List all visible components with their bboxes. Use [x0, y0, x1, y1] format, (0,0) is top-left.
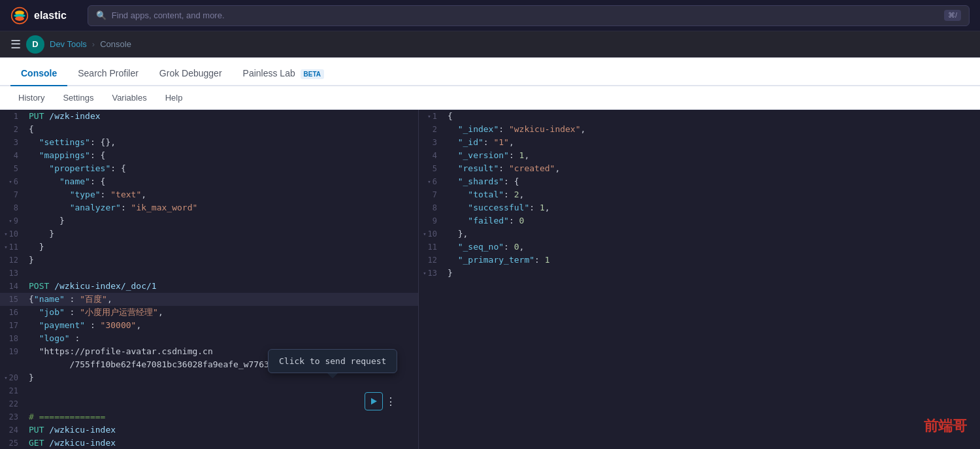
result-line-number: 8 [419, 201, 445, 214]
line-content: } [26, 241, 418, 254]
tab-bar: Console Search Profiler Grok Debugger Pa… [0, 58, 980, 86]
fold-arrow[interactable]: ▾ [423, 267, 426, 280]
result-line-number: ▾10 [419, 227, 445, 241]
more-options-button[interactable]: ⋮ [385, 395, 396, 408]
tab-grok-debugger[interactable]: Grok Debugger [149, 61, 233, 86]
fold-arrow[interactable]: ▾ [423, 227, 426, 241]
subnav-history[interactable]: History [10, 89, 52, 107]
main-content: 1PUT /wzk-index2{3 "settings": {},4 "map… [0, 110, 980, 449]
avatar-label: D [32, 39, 38, 49]
line-number: ▾6 [0, 175, 26, 188]
result-line-number: ▾1 [419, 110, 445, 123]
editor-line: ▾6 "name": { [0, 175, 418, 188]
result-line-number: ▾6 [419, 175, 445, 188]
line-number: ▾20 [0, 371, 26, 384]
line-content: # ============= [26, 410, 418, 424]
line-content: "type": "text", [26, 188, 418, 201]
line-number: 12 [0, 254, 26, 267]
line-content: POST /wzkicu-index/_doc/1 [26, 280, 418, 293]
result-line-number: ▾13 [419, 267, 445, 280]
line-number: 23 [0, 410, 26, 424]
editor-line: 5 "properties": { [0, 162, 418, 175]
editor-line: ▾10 } [0, 227, 418, 241]
result-line-number: 11 [419, 241, 445, 254]
subnav-help[interactable]: Help [157, 89, 191, 107]
editor-line: 25GET /wzkicu-index [0, 437, 418, 449]
editor-line: 7 "type": "text", [0, 188, 418, 201]
breadcrumb-devtools[interactable]: Dev Tools [50, 39, 87, 49]
line-number: 15 [0, 293, 26, 306]
fold-arrow[interactable]: ▾ [8, 214, 12, 227]
editor-pane[interactable]: 1PUT /wzk-index2{3 "settings": {},4 "map… [0, 110, 418, 449]
result-content: "_version": 1, [445, 149, 980, 162]
result-line: 5 "result": "created", [419, 162, 980, 175]
elastic-logo[interactable]: elastic [10, 7, 67, 25]
line-content: "settings": {}, [26, 136, 418, 149]
logo-text: elastic [34, 10, 67, 22]
line-content: "payment" : "30000", [26, 319, 418, 332]
result-content: "total": 2, [445, 188, 980, 201]
line-number: 16 [0, 306, 26, 319]
result-line-number: 3 [419, 136, 445, 149]
line-number: 5 [0, 162, 26, 175]
tab-painless-lab[interactable]: Painless Lab BETA [233, 61, 335, 86]
result-line: ▾6 "_shards": { [419, 175, 980, 188]
fold-arrow[interactable]: ▾ [427, 110, 431, 123]
line-number: 1 [0, 110, 26, 123]
tab-console[interactable]: Console [10, 61, 67, 86]
line-content: "properties": { [26, 162, 418, 175]
fold-arrow[interactable]: ▾ [427, 175, 431, 188]
line-number: 3 [0, 136, 26, 149]
hamburger-button[interactable]: ☰ [10, 37, 21, 52]
editor-line: ▾11 } [0, 241, 418, 254]
fold-arrow[interactable]: ▾ [4, 241, 7, 254]
editor-line: 2{ [0, 123, 418, 136]
user-avatar[interactable]: D [26, 35, 44, 54]
subnav-variables[interactable]: Variables [104, 89, 154, 107]
line-number: 8 [0, 201, 26, 214]
line-number: 4 [0, 149, 26, 162]
line-number: ▾9 [0, 214, 26, 227]
editor-line: 14POST /wzkicu-index/_doc/1 [0, 280, 418, 293]
result-line: ▾13} [419, 267, 980, 280]
result-line: 12 "_primary_term": 1 [419, 254, 980, 267]
line-number: 18 [0, 332, 26, 345]
tooltip-text: Click to send request [279, 356, 386, 366]
breadcrumb-console[interactable]: Console [100, 39, 131, 49]
line-content: "name": { [26, 175, 418, 188]
line-content: PUT /wzk-index [26, 110, 418, 123]
action-buttons: ⋮ [365, 392, 396, 410]
tab-search-profiler[interactable]: Search Profiler [67, 61, 149, 86]
svg-point-3 [15, 16, 24, 20]
editor-line: ▾9 } [0, 214, 418, 227]
result-content: "failed": 0 [445, 214, 980, 227]
editor-line: 18 "logo" : [0, 332, 418, 345]
fold-arrow[interactable]: ▾ [4, 227, 7, 241]
search-placeholder: Find apps, content, and more. [112, 10, 225, 20]
fold-arrow[interactable]: ▾ [8, 175, 12, 188]
search-shortcut: ⌘/ [944, 10, 961, 21]
fold-arrow[interactable]: ▾ [4, 371, 7, 384]
result-line: 3 "_id": "1", [419, 136, 980, 149]
result-content: } [445, 267, 980, 280]
subnav-settings[interactable]: Settings [55, 89, 101, 107]
line-content: } [26, 214, 418, 227]
editor-line: 12} [0, 254, 418, 267]
run-button[interactable] [365, 392, 383, 410]
result-pane: ▾1{2 "_index": "wzkicu-index",3 "_id": "… [418, 110, 980, 449]
result-line: 8 "successful": 1, [419, 201, 980, 214]
line-content: GET /wzkicu-index [26, 437, 418, 449]
line-number: 7 [0, 188, 26, 201]
result-line: ▾1{ [419, 110, 980, 123]
line-number: 25 [0, 437, 26, 449]
line-content: "logo" : [26, 332, 418, 345]
editor-line: 3 "settings": {}, [0, 136, 418, 149]
tooltip-container: Click to send request [268, 349, 397, 378]
line-content: "job" : "小度用户运营经理", [26, 306, 418, 319]
editor-line: 13 [0, 267, 418, 280]
global-search[interactable]: 🔍 Find apps, content, and more. ⌘/ [88, 5, 970, 26]
svg-marker-4 [371, 398, 377, 405]
tooltip-box: Click to send request [268, 349, 397, 373]
line-content: "analyzer": "ik_max_word" [26, 201, 418, 214]
line-content: {"name" : "百度", [26, 293, 418, 306]
